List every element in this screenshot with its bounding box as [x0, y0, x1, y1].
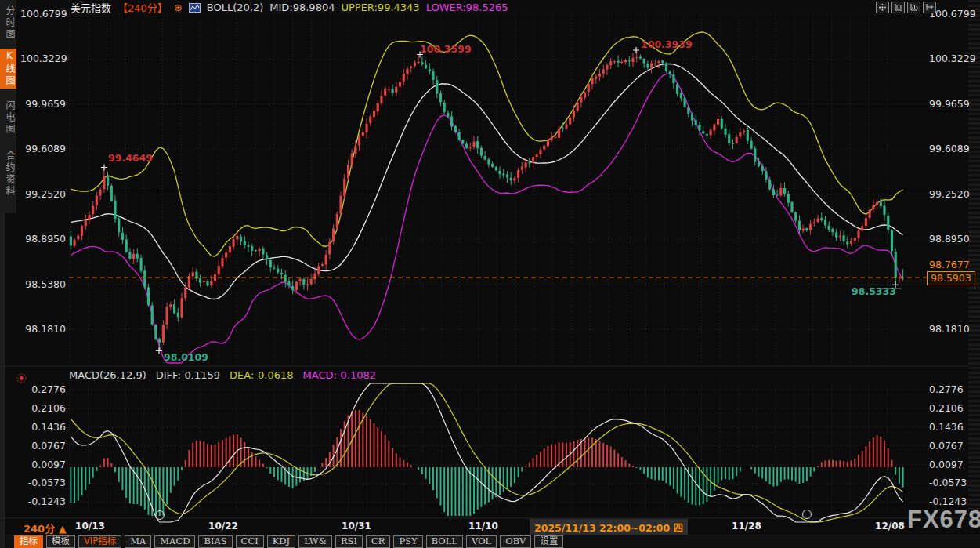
toolbar-item-指标[interactable]: 指标	[14, 535, 43, 548]
candle-body	[617, 61, 620, 63]
toolbar-item-KDJ[interactable]: KDJ	[267, 535, 295, 548]
candle-body	[484, 156, 486, 160]
indicator-toolbar: 指标模板VIP指标MAMACDBIASCCIKDJLW&RSICRPSYBOLL…	[6, 535, 980, 548]
candle-body	[502, 174, 504, 176]
candle-body	[77, 236, 79, 240]
macd-dea-value: DEA:-0.0618	[230, 369, 293, 381]
candle-body	[210, 281, 212, 285]
candle-body	[551, 137, 553, 140]
macd-axis-label-left: 0.0097	[20, 459, 66, 470]
candle-body	[680, 93, 682, 98]
candle-body	[244, 241, 246, 245]
toolbar-item-CCI[interactable]: CCI	[236, 535, 264, 548]
toolbar-item-RSI[interactable]: RSI	[335, 535, 363, 548]
axis-compress-right-icon[interactable]	[907, 2, 920, 13]
toolbar-item-LW&[interactable]: LW&	[298, 535, 332, 548]
candle-body	[839, 236, 841, 238]
candle-body	[432, 71, 434, 80]
candle-body	[665, 63, 667, 71]
candle-body	[713, 125, 715, 131]
candle-body	[495, 167, 497, 170]
sidebar-item-3[interactable]: 闪电图	[0, 99, 16, 137]
period-selector[interactable]: 240分 ▲	[24, 521, 67, 535]
toolbar-item-OBV[interactable]: OBV	[500, 535, 531, 548]
candle-body	[654, 64, 656, 64]
toolbar-item-BOLL[interactable]: BOLL	[426, 535, 463, 548]
candle-body	[266, 255, 268, 259]
axis-compress-left-icon[interactable]	[891, 2, 905, 13]
candle-body	[299, 279, 302, 281]
candle-body	[554, 137, 556, 138]
candle-body	[728, 134, 730, 143]
macd-axis-label-left: 0.0767	[20, 441, 66, 452]
candle-body	[517, 170, 519, 178]
toolbar-item-模板[interactable]: 模板	[46, 535, 75, 548]
fx678-watermark: FX678	[907, 506, 980, 534]
toolbar-item-VIP指标[interactable]: VIP指标	[78, 535, 121, 548]
candle-body	[450, 116, 453, 126]
candle-body	[406, 69, 408, 74]
candle-body	[295, 282, 298, 291]
circle-plus-icon[interactable]: ⊕	[174, 2, 183, 13]
candle-body	[510, 178, 512, 181]
candle-body	[287, 281, 290, 285]
candle-body	[206, 281, 208, 285]
candle-body	[891, 230, 893, 252]
candle-body	[743, 131, 745, 132]
candle-body	[598, 74, 601, 77]
toolbar-item-CR[interactable]: CR	[366, 535, 390, 548]
toolbar-item-MA[interactable]: MA	[125, 535, 151, 548]
candle-body	[480, 148, 483, 156]
macd-axis-label-left: 0.2776	[20, 384, 66, 395]
candle-body	[284, 275, 287, 282]
kline-chart-canvas[interactable]	[0, 0, 980, 548]
candle-body	[787, 194, 790, 202]
price-annotation-high: 99.4649	[108, 152, 153, 164]
candle-body	[887, 216, 889, 230]
price-axis-label-right: 98.1810	[929, 324, 978, 335]
candle-body	[99, 190, 102, 196]
candle-body	[650, 64, 653, 68]
crosshair-tool-icon[interactable]	[876, 2, 889, 13]
candle-body	[277, 269, 279, 273]
toolbar-item-VOL[interactable]: VOL	[466, 535, 497, 548]
candle-body	[162, 325, 165, 342]
candle-body	[506, 175, 508, 178]
candle-body	[595, 76, 597, 78]
macd-axis-label-left: 0.1436	[20, 422, 66, 433]
candle-body	[302, 279, 305, 285]
candle-body	[591, 78, 594, 84]
candle-body	[577, 103, 579, 111]
toolbar-item-BIAS[interactable]: BIAS	[198, 535, 232, 548]
candle-body	[794, 212, 797, 221]
candle-body	[269, 260, 272, 267]
candle-body	[317, 267, 320, 274]
candle-body	[676, 84, 678, 94]
candle-body	[251, 246, 253, 251]
candle-body	[850, 241, 852, 244]
candle-body	[861, 226, 863, 230]
candle-body	[88, 215, 90, 220]
indicator-chart-icon[interactable]	[189, 3, 201, 13]
candle-body	[724, 129, 726, 135]
price-axis-label-left: 99.2520	[20, 189, 66, 200]
candle-body	[74, 240, 76, 246]
candle-body	[695, 120, 697, 125]
candle-body	[336, 214, 338, 228]
sidebar-item-2[interactable]: K线图	[0, 49, 16, 89]
candle-body	[203, 281, 205, 283]
swing-cross-marker	[101, 165, 107, 171]
price-axis-label-left: 98.8950	[20, 234, 66, 245]
toolbar-item-MACD[interactable]: MACD	[154, 535, 195, 548]
sidebar-item-1[interactable]: 分时图	[0, 4, 16, 42]
candle-body	[717, 119, 719, 125]
sidebar-item-4[interactable]: 合约资料	[0, 149, 16, 199]
toolbar-item-设置[interactable]: 设置	[534, 535, 563, 548]
prev-price-mark: 98.7677	[929, 259, 970, 270]
candle-body	[158, 339, 161, 343]
axis-expand-right-icon[interactable]	[923, 2, 936, 13]
toolbar-item-PSY[interactable]: PSY	[393, 535, 422, 548]
candle-body	[92, 206, 94, 214]
candle-body	[199, 278, 201, 283]
candle-body	[447, 113, 449, 118]
